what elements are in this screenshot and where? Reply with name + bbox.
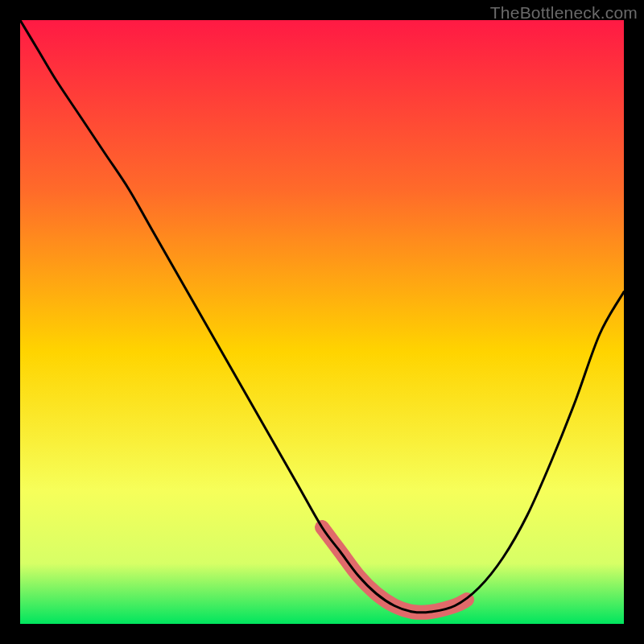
- chart-svg: [20, 20, 624, 624]
- chart-frame: TheBottleneck.com: [0, 0, 644, 644]
- chart-plot-area: [20, 20, 624, 624]
- watermark-label: TheBottleneck.com: [490, 3, 638, 23]
